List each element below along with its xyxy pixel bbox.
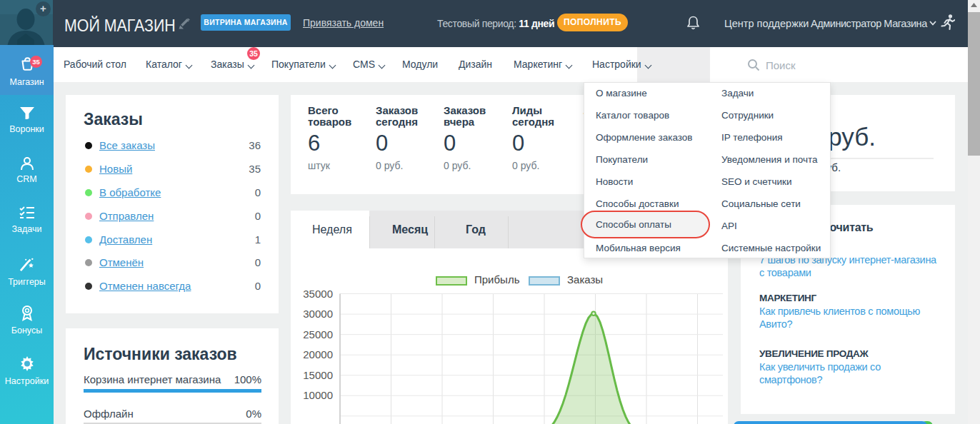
- svg-text:20000: 20000: [303, 348, 333, 360]
- svg-text:15000: 15000: [303, 369, 333, 381]
- svg-text:10000: 10000: [303, 389, 333, 401]
- svg-text:30000: 30000: [303, 308, 333, 320]
- svg-text:35000: 35000: [303, 288, 333, 300]
- svg-text:25000: 25000: [303, 328, 333, 340]
